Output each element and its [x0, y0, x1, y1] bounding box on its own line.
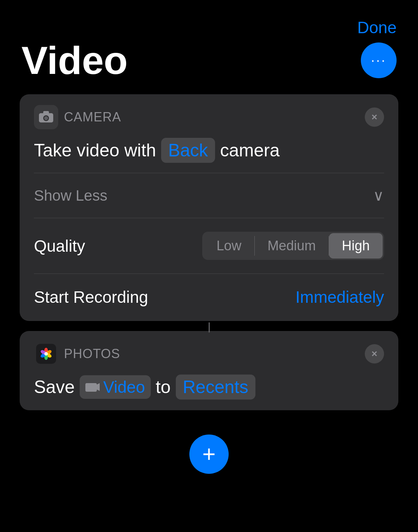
photos-icon: [36, 344, 56, 364]
start-recording-label: Start Recording: [34, 287, 148, 307]
divider-3: [34, 273, 384, 274]
divider-2: [34, 218, 384, 218]
camera-card: CAMERA × Take video with Back camera Sho…: [20, 94, 398, 321]
show-less-row[interactable]: Show Less ∨: [34, 183, 384, 208]
recents-token-button[interactable]: Recents: [176, 375, 255, 400]
quality-row: Quality Low Medium High: [34, 228, 384, 264]
recording-timing-value[interactable]: Immediately: [295, 287, 384, 307]
recording-row: Start Recording Immediately: [34, 284, 384, 310]
plus-icon: +: [202, 443, 215, 466]
photos-card-header-left: PHOTOS: [34, 342, 120, 366]
quality-label: Quality: [34, 236, 85, 256]
divider-1: [34, 173, 384, 173]
camera-icon: [39, 111, 53, 123]
svg-marker-13: [97, 383, 100, 391]
show-less-label: Show Less: [34, 187, 107, 204]
svg-point-11: [44, 352, 48, 356]
video-token-button[interactable]: Video: [80, 375, 151, 399]
photos-close-button[interactable]: ×: [365, 344, 384, 363]
camera-icon-wrapper: [34, 105, 58, 129]
connector-line: [209, 322, 210, 332]
camera-section-label: CAMERA: [64, 110, 121, 125]
more-menu-button[interactable]: ···: [361, 42, 397, 78]
quality-low-button[interactable]: Low: [204, 233, 254, 259]
save-text-row: Save Video to Recents: [34, 375, 384, 400]
camera-selector-button[interactable]: Back: [161, 138, 215, 163]
svg-rect-1: [43, 111, 49, 114]
camera-card-header: CAMERA ×: [34, 105, 384, 129]
chevron-down-icon[interactable]: ∨: [373, 187, 384, 204]
photos-card-header: PHOTOS ×: [34, 342, 384, 366]
more-dots-icon: ···: [371, 54, 387, 67]
done-button[interactable]: Done: [357, 18, 397, 37]
add-button-container: +: [0, 435, 418, 474]
video-token-label: Video: [103, 377, 145, 397]
photos-section-label: PHOTOS: [64, 346, 120, 361]
quality-segmented-control: Low Medium High: [202, 232, 384, 260]
svg-point-3: [44, 116, 48, 120]
quality-medium-button[interactable]: Medium: [255, 233, 329, 259]
page-title: Video: [21, 41, 128, 80]
add-action-button[interactable]: +: [189, 435, 229, 474]
take-video-prefix: Take video with: [34, 140, 156, 161]
cards-container: CAMERA × Take video with Back camera Sho…: [0, 94, 418, 413]
save-text: Save: [34, 377, 75, 397]
to-text: to: [156, 377, 171, 397]
card-connector: [20, 322, 398, 332]
camera-close-button[interactable]: ×: [365, 107, 384, 127]
camera-main-text: Take video with Back camera: [34, 138, 384, 163]
video-token-camera-icon: [85, 381, 100, 393]
photos-card: PHOTOS × Save Video to Recents: [20, 331, 398, 410]
svg-rect-12: [85, 383, 97, 392]
camera-suffix: camera: [220, 140, 280, 161]
camera-card-header-left: CAMERA: [34, 105, 121, 129]
photos-icon-wrapper: [34, 342, 58, 366]
quality-high-button[interactable]: High: [329, 233, 383, 259]
